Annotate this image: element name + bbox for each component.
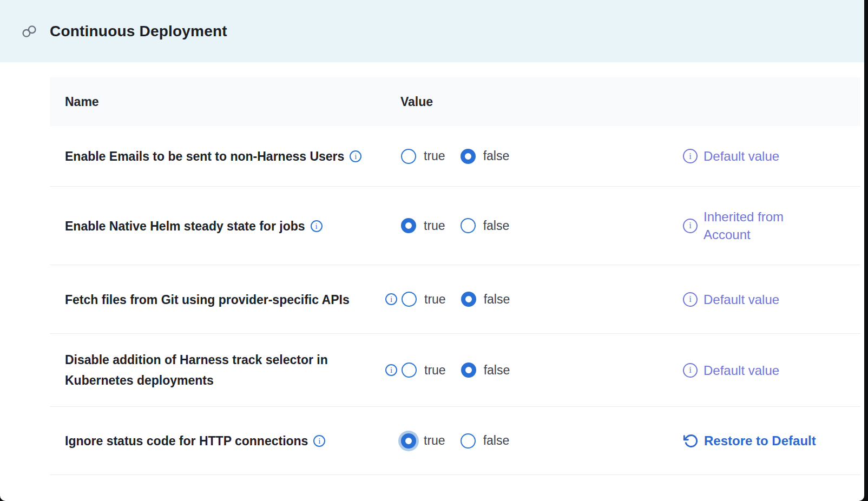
radio-false[interactable] [461, 362, 476, 378]
setting-name-cell: Ignore status code for HTTP connectionsi [50, 430, 385, 452]
status-default-value[interactable]: i Default value [683, 291, 860, 308]
radio-true[interactable] [402, 292, 417, 307]
setting-name: Ignore status code for HTTP connections [65, 431, 308, 451]
column-header-value: Value [385, 95, 683, 109]
setting-value-cell: true false [385, 149, 683, 164]
radio-false-label[interactable]: false [484, 363, 510, 378]
setting-name: Enable Emails to be sent to non-Harness … [65, 146, 344, 167]
setting-value-cell: i true false [385, 362, 683, 378]
settings-page: Continuous Deployment Name Value Enable … [0, 0, 864, 501]
radio-true-label[interactable]: true [424, 363, 446, 378]
section-header: Continuous Deployment [0, 0, 864, 62]
setting-name: Fetch files from Git using provider-spec… [65, 289, 350, 310]
radio-true[interactable] [401, 433, 416, 449]
radio-false[interactable] [461, 218, 476, 233]
info-icon[interactable]: i [683, 363, 698, 378]
setting-row-fetch-files-git: Fetch files from Git using provider-spec… [50, 265, 860, 334]
setting-row-disable-track-selector: Disable addition of Harness track select… [50, 334, 860, 407]
info-icon[interactable]: i [311, 220, 323, 232]
info-icon[interactable]: i [385, 364, 397, 376]
status-label[interactable]: Inherited from Account [703, 208, 814, 243]
status-label[interactable]: Default value [703, 291, 779, 308]
status-default-value[interactable]: i Default value [683, 147, 860, 165]
radio-true-label[interactable]: true [424, 292, 446, 307]
settings-table: Name Value Enable Emails to be sent to n… [50, 77, 860, 475]
radio-false-label[interactable]: false [483, 433, 510, 448]
radio-false[interactable] [461, 149, 476, 164]
info-icon[interactable]: i [683, 219, 698, 233]
page-title: Continuous Deployment [50, 23, 227, 40]
setting-value-cell: i true false [385, 292, 683, 307]
setting-value-cell: true false [385, 433, 683, 449]
info-icon[interactable]: i [385, 293, 397, 305]
radio-true[interactable] [402, 362, 417, 378]
status-default-value[interactable]: i Default value [683, 361, 860, 379]
radio-false[interactable] [461, 292, 476, 307]
status-inherited-from-account[interactable]: i Inherited from Account [683, 208, 860, 243]
table-header-row: Name Value [50, 77, 860, 126]
setting-row-native-helm: Enable Native Helm steady state for jobs… [50, 187, 860, 265]
status-label[interactable]: Default value [703, 147, 779, 165]
setting-name-cell: Disable addition of Harness track select… [50, 350, 385, 391]
setting-name-cell: Fetch files from Git using provider-spec… [50, 288, 385, 310]
setting-name-cell: Enable Emails to be sent to non-Harness … [50, 146, 385, 167]
restore-icon[interactable] [683, 433, 698, 449]
info-icon[interactable]: i [683, 149, 698, 163]
radio-false-label[interactable]: false [484, 292, 510, 307]
radio-false-label[interactable]: false [483, 149, 510, 163]
radio-false-label[interactable]: false [483, 219, 510, 233]
status-label[interactable]: Default value [703, 361, 779, 379]
status-label[interactable]: Restore to Default [704, 432, 816, 450]
setting-name: Enable Native Helm steady state for jobs [65, 216, 305, 236]
info-icon[interactable]: i [313, 435, 325, 447]
restore-to-default-button[interactable]: Restore to Default [683, 432, 860, 450]
info-icon[interactable]: i [683, 292, 698, 307]
radio-true[interactable] [401, 149, 416, 164]
column-header-name: Name [50, 95, 385, 109]
link-icon [22, 24, 37, 39]
setting-value-cell: true false [385, 218, 683, 233]
info-icon[interactable]: i [350, 150, 361, 162]
setting-name-cell: Enable Native Helm steady state for jobs… [50, 215, 385, 236]
radio-true-label[interactable]: true [424, 219, 445, 233]
radio-true-label[interactable]: true [424, 149, 445, 163]
setting-name: Disable addition of Harness track select… [65, 350, 368, 391]
radio-false[interactable] [461, 433, 476, 449]
radio-true[interactable] [401, 218, 416, 233]
radio-true-label[interactable]: true [424, 433, 445, 448]
setting-row-enable-emails: Enable Emails to be sent to non-Harness … [50, 126, 860, 187]
setting-row-ignore-status-code: Ignore status code for HTTP connectionsi… [50, 407, 860, 475]
